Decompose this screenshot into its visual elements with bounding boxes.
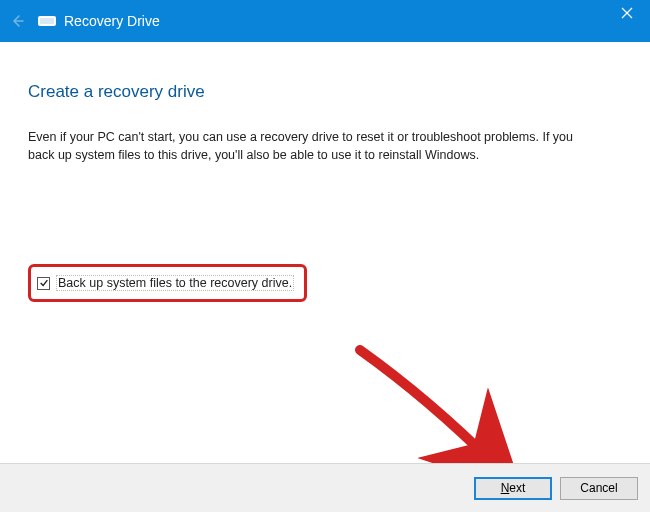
wizard-button-bar: Next Cancel bbox=[0, 463, 650, 512]
next-label-rest: ext bbox=[509, 481, 525, 495]
page-description: Even if your PC can't start, you can use… bbox=[28, 128, 588, 164]
backup-checkbox-row[interactable]: Back up system files to the recovery dri… bbox=[37, 275, 294, 291]
wizard-content: Create a recovery drive Even if your PC … bbox=[0, 42, 650, 302]
checkmark-icon bbox=[39, 278, 49, 288]
page-heading: Create a recovery drive bbox=[28, 82, 622, 102]
backup-checkbox[interactable] bbox=[37, 277, 50, 290]
recovery-drive-icon bbox=[38, 14, 56, 28]
close-button[interactable] bbox=[604, 0, 650, 26]
backup-checkbox-label: Back up system files to the recovery dri… bbox=[56, 275, 294, 291]
window-title: Recovery Drive bbox=[64, 13, 160, 29]
annotation-highlight-box: Back up system files to the recovery dri… bbox=[28, 264, 307, 302]
cancel-button[interactable]: Cancel bbox=[560, 477, 638, 500]
title-bar: Recovery Drive bbox=[0, 0, 650, 42]
close-icon bbox=[621, 7, 633, 19]
back-arrow-icon bbox=[10, 13, 26, 29]
back-button[interactable] bbox=[0, 0, 36, 42]
next-button[interactable]: Next bbox=[474, 477, 552, 500]
